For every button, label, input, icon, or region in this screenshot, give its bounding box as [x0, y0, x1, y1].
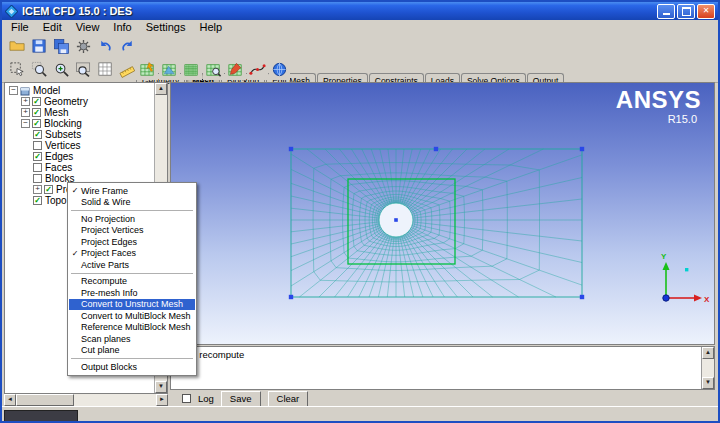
collapse-icon[interactable]: − — [21, 119, 30, 128]
title-bar[interactable]: ICEM CFD 15.0 : DES ✕ — [2, 2, 718, 20]
context-menu-item-project-vertices[interactable]: Project Vertices — [69, 225, 195, 237]
context-menu-item-label: Reference MultiBlock Mesh — [81, 322, 191, 332]
clear-button[interactable]: Clear — [268, 391, 309, 407]
edit-mesh-icon[interactable] — [225, 59, 246, 80]
tree-checkbox[interactable]: ✓ — [32, 119, 41, 128]
zoom-window-icon[interactable] — [29, 59, 50, 80]
inspect-mesh-icon[interactable] — [203, 59, 224, 80]
context-menu-item-scan-planes[interactable]: Scan planes — [69, 333, 195, 345]
tree-item-subsets[interactable]: ✓Subsets — [5, 129, 155, 140]
menu-view[interactable]: View — [69, 21, 107, 33]
menu-file[interactable]: File — [4, 21, 36, 33]
expand-icon[interactable]: + — [21, 108, 30, 117]
checkmark-icon: ✓ — [69, 249, 81, 258]
menu-settings[interactable]: Settings — [139, 21, 193, 33]
tree-item-faces[interactable]: Faces — [5, 162, 155, 173]
save-project-icon[interactable] — [29, 36, 50, 57]
tree-checkbox[interactable]: ✓ — [33, 196, 42, 205]
tree-checkbox[interactable]: ✓ — [44, 185, 53, 194]
settings-icon[interactable] — [73, 36, 94, 57]
context-menu-item-label: Pre-mesh Info — [81, 288, 138, 298]
context-menu-item-project-edges[interactable]: Project Edges — [69, 236, 195, 248]
minimize-button[interactable] — [657, 4, 675, 19]
log-checkbox[interactable] — [182, 394, 191, 403]
app-icon — [5, 5, 18, 18]
collapse-icon[interactable]: − — [9, 86, 18, 95]
save-all-icon[interactable] — [51, 36, 72, 57]
context-menu-item-reference-multiblock-mesh[interactable]: Reference MultiBlock Mesh — [69, 322, 195, 334]
context-menu-item-wire-frame[interactable]: ✓Wire Frame — [69, 185, 195, 197]
context-menu-item-output-blocks[interactable]: Output Blocks — [69, 361, 195, 373]
view-icon-group — [7, 59, 138, 80]
context-menu-item-label: Recompute — [81, 276, 127, 286]
tree-item-label: Vertices — [45, 140, 81, 151]
model-icon — [20, 86, 30, 96]
tree-item-label: Blocking — [44, 118, 82, 129]
scroll-left-icon[interactable]: ◄ — [4, 394, 16, 406]
tree-checkbox[interactable] — [33, 174, 42, 183]
context-menu-item-label: Project Vertices — [81, 225, 144, 235]
context-menu-item-convert-to-multiblock-mesh[interactable]: Convert to MultiBlock Mesh — [69, 310, 195, 322]
redo-icon[interactable] — [117, 36, 138, 57]
menu-info[interactable]: Info — [106, 21, 138, 33]
context-menu-item-label: Output Blocks — [81, 362, 137, 372]
expand-icon[interactable]: + — [21, 97, 30, 106]
message-vertical-scrollbar[interactable]: ▲ ▼ — [701, 347, 714, 389]
scroll-down-icon[interactable]: ▼ — [155, 381, 167, 393]
context-menu-item-pre-mesh-info[interactable]: Pre-mesh Info — [69, 287, 195, 299]
mesh-icon-group — [137, 59, 290, 80]
tree-item-blocking[interactable]: −✓Blocking — [5, 118, 155, 129]
scroll-up-icon[interactable]: ▲ — [702, 347, 714, 359]
close-button[interactable]: ✕ — [697, 4, 715, 19]
progress-area — [4, 410, 78, 423]
context-menu-item-convert-to-unstruct-mesh[interactable]: Convert to Unstruct Mesh — [69, 299, 195, 311]
density-mesh-icon[interactable] — [181, 59, 202, 80]
scrollbar-thumb[interactable] — [16, 394, 74, 406]
tree-checkbox[interactable] — [33, 163, 42, 172]
tree-checkbox[interactable]: ✓ — [33, 152, 42, 161]
tree-item-model[interactable]: −Model — [5, 85, 155, 96]
tree-checkbox[interactable]: ✓ — [32, 97, 41, 106]
undo-icon[interactable] — [95, 36, 116, 57]
tree-item-edges[interactable]: ✓Edges — [5, 151, 155, 162]
menu-edit[interactable]: Edit — [36, 21, 69, 33]
globe-icon[interactable] — [269, 59, 290, 80]
compute-mesh-icon[interactable] — [137, 59, 158, 80]
tree-horizontal-scrollbar[interactable]: ◄ ► — [4, 394, 168, 406]
menu-help[interactable]: Help — [192, 21, 229, 33]
surface-mesh-icon[interactable] — [159, 59, 180, 80]
viewport[interactable]: Y X ANSYS R15.0 — [170, 82, 715, 345]
tree-item-vertices[interactable]: Vertices — [5, 140, 155, 151]
file-icon-group — [7, 36, 138, 57]
context-menu-item-no-projection[interactable]: No Projection — [69, 213, 195, 225]
scrollbar-track — [74, 394, 156, 406]
fit-view-icon[interactable] — [73, 59, 94, 80]
context-menu-item-project-faces[interactable]: ✓Project Faces — [69, 248, 195, 260]
message-window[interactable]: Done recompute ▲ ▼ — [170, 346, 715, 390]
context-menu-item-cut-plane[interactable]: Cut plane — [69, 345, 195, 357]
context-menu-item-label: Convert to MultiBlock Mesh — [81, 311, 191, 321]
save-button[interactable]: Save — [221, 391, 261, 407]
context-menu-item-label: Active Parts — [81, 260, 129, 270]
tree-checkbox[interactable]: ✓ — [33, 130, 42, 139]
tree-checkbox[interactable]: ✓ — [32, 108, 41, 117]
menu-separator — [71, 358, 193, 359]
app-window: ICEM CFD 15.0 : DES ✕ FileEditViewInfoSe… — [0, 0, 720, 423]
expand-icon[interactable]: + — [33, 185, 42, 194]
grid-icon[interactable] — [95, 59, 116, 80]
scroll-down-icon[interactable]: ▼ — [702, 377, 714, 389]
curve-mesh-icon[interactable] — [247, 59, 268, 80]
tree-item-geometry[interactable]: +✓Geometry — [5, 96, 155, 107]
select-icon[interactable] — [7, 59, 28, 80]
context-menu-item-active-parts[interactable]: Active Parts — [69, 259, 195, 271]
maximize-button[interactable] — [677, 4, 695, 19]
scroll-right-icon[interactable]: ► — [156, 394, 168, 406]
context-menu-item-recompute[interactable]: Recompute — [69, 276, 195, 288]
context-menu-item-solid-wire[interactable]: Solid & Wire — [69, 197, 195, 209]
scroll-up-icon[interactable]: ▲ — [155, 83, 167, 95]
tree-item-mesh[interactable]: +✓Mesh — [5, 107, 155, 118]
tree-checkbox[interactable] — [33, 141, 42, 150]
measure-icon[interactable] — [117, 59, 138, 80]
open-project-icon[interactable] — [7, 36, 28, 57]
zoom-in-icon[interactable] — [51, 59, 72, 80]
